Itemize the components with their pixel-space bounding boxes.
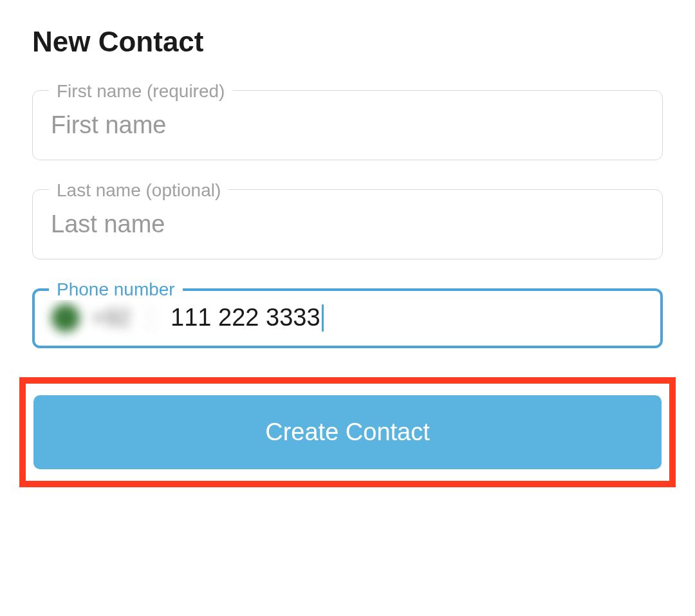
text-cursor <box>322 304 324 331</box>
country-code-selector[interactable]: +92 <box>51 304 151 332</box>
button-highlight-annotation: Create Contact <box>19 377 676 487</box>
new-contact-form: New Contact First name (required) First … <box>0 0 695 348</box>
phone-label: Phone number <box>49 279 183 300</box>
phone-number-input[interactable]: 111 222 3333 <box>171 304 644 333</box>
last-name-field-group: Last name (optional) Last name <box>32 189 663 259</box>
first-name-field-group: First name (required) First name <box>32 90 663 160</box>
page-title: New Contact <box>32 26 663 58</box>
country-code: +92 <box>91 304 131 331</box>
create-contact-button[interactable]: Create Contact <box>33 395 662 469</box>
phone-number-value: 111 222 3333 <box>171 304 320 331</box>
first-name-label: First name (required) <box>49 81 232 102</box>
phone-field-group: Phone number +92 111 222 3333 <box>32 288 663 348</box>
last-name-label: Last name (optional) <box>49 180 228 201</box>
flag-icon <box>51 304 80 332</box>
